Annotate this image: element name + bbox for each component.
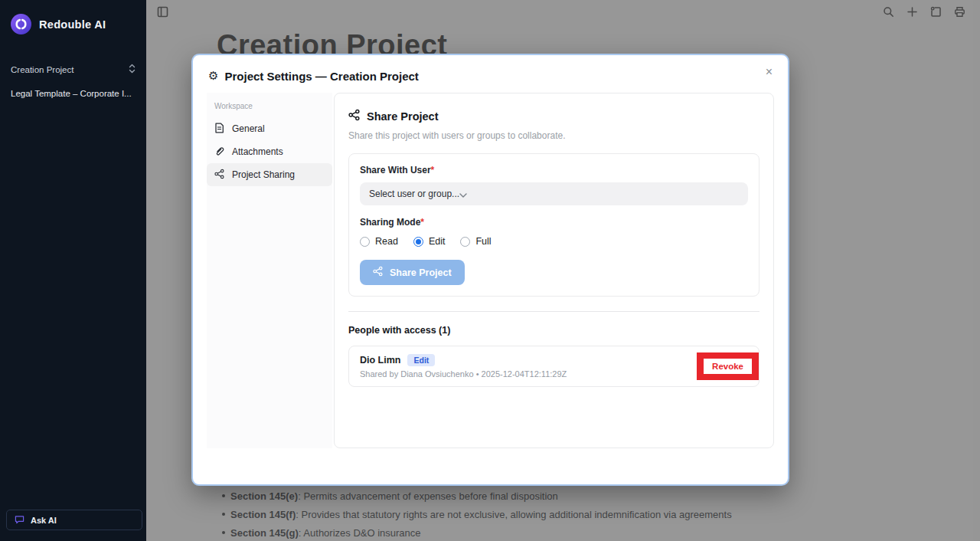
share-icon [348, 109, 360, 124]
revoke-button[interactable]: Revoke [704, 359, 752, 374]
panel-heading: Share Project [348, 109, 760, 124]
project-selector-value: Creation Project [11, 65, 74, 74]
ask-ai-button[interactable]: Ask AI [6, 510, 142, 530]
sidebar-item-legal-template[interactable]: Legal Template – Corporate I... [0, 81, 146, 106]
radio-read[interactable]: Read [360, 236, 398, 247]
chevron-down-icon [459, 187, 467, 201]
panel-title: Share Project [367, 110, 439, 123]
gear-icon: ⚙ [208, 70, 218, 82]
document-icon [214, 123, 224, 136]
panel-subtitle: Share this project with users or groups … [348, 130, 760, 141]
radio-edit[interactable]: Edit [413, 236, 446, 247]
chevron-up-down-icon [129, 64, 136, 75]
redouble-logo-icon [11, 14, 31, 34]
permission-badge: Edit [407, 354, 435, 366]
revoke-highlight-annotation: Revoke [697, 352, 759, 380]
ask-ai-label: Ask AI [31, 516, 57, 525]
modal-body: Workspace General Attachments [207, 93, 774, 448]
person-info: Dio Limn Edit Shared by Diana Ovsiuchenk… [360, 354, 567, 379]
close-icon[interactable]: × [761, 64, 777, 80]
share-icon [214, 169, 224, 182]
table-row: Dio Limn Edit Shared by Diana Ovsiuchenk… [349, 346, 759, 386]
share-button-label: Share Project [390, 267, 452, 278]
access-list: Dio Limn Edit Shared by Diana Ovsiuchenk… [348, 346, 760, 387]
radio-circle [413, 237, 423, 247]
tab-attachments[interactable]: Attachments [207, 140, 332, 163]
radio-circle [360, 237, 370, 247]
radio-full[interactable]: Full [460, 236, 491, 247]
modal-header: ⚙ Project Settings — Creation Project × [193, 55, 788, 93]
sharing-mode-radio-group: Read Edit Full [360, 236, 748, 247]
paperclip-icon [214, 146, 224, 159]
share-meta: Shared by Diana Ovsiuchenko • 2025-12-04… [360, 369, 567, 379]
app-root: Redouble AI Creation Project Legal Templ… [0, 0, 980, 541]
tab-project-sharing[interactable]: Project Sharing [207, 163, 332, 186]
share-form: Share With User* Select user or group...… [348, 153, 760, 297]
nav-section-label: Workspace [214, 102, 332, 110]
tab-label: General [232, 123, 265, 134]
project-selector[interactable]: Creation Project [0, 57, 146, 81]
user-select[interactable]: Select user or group... [360, 182, 748, 205]
people-with-access-heading: People with access (1) [348, 325, 760, 336]
required-mark: * [431, 165, 435, 175]
project-settings-modal: ⚙ Project Settings — Creation Project × … [191, 54, 789, 486]
user-select-placeholder: Select user or group... [369, 189, 459, 199]
share-icon [373, 266, 383, 279]
tab-label: Attachments [232, 146, 283, 157]
required-mark: * [420, 217, 424, 228]
sharing-mode-label: Sharing Mode* [360, 217, 748, 228]
section-divider [348, 311, 760, 312]
modal-title: Project Settings — Creation Project [224, 70, 418, 83]
brand-name: Redouble AI [39, 18, 106, 31]
tab-label: Project Sharing [232, 169, 295, 180]
settings-nav: Workspace General Attachments [207, 93, 332, 448]
tab-general[interactable]: General [207, 117, 332, 140]
share-project-panel: Share Project Share this project with us… [334, 93, 774, 448]
chat-bubble-icon [15, 515, 24, 526]
app-sidebar: Redouble AI Creation Project Legal Templ… [0, 0, 146, 541]
share-with-user-label: Share With User* [360, 165, 748, 175]
person-name: Dio Limn [360, 355, 400, 366]
share-project-button[interactable]: Share Project [360, 260, 465, 285]
brand: Redouble AI [0, 0, 146, 34]
radio-circle [460, 237, 470, 247]
